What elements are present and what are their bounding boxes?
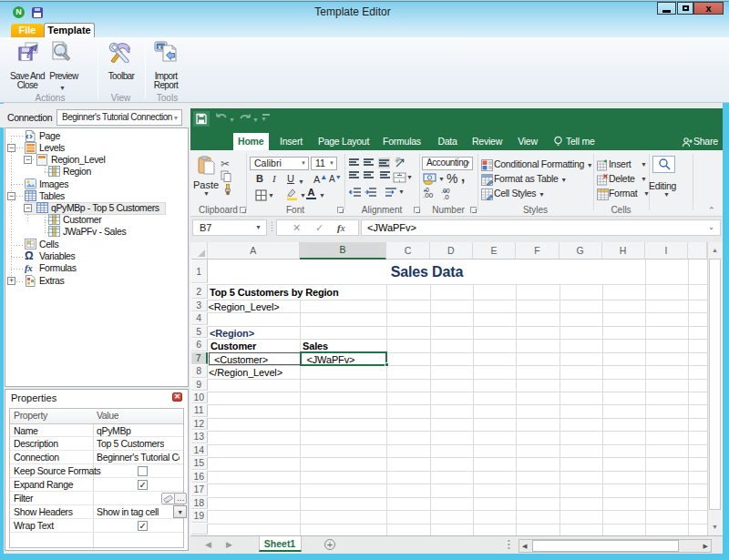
svg-text:x: x xyxy=(158,44,161,50)
svg-text:0: 0 xyxy=(426,187,429,193)
svg-text:.0: .0 xyxy=(443,193,449,200)
